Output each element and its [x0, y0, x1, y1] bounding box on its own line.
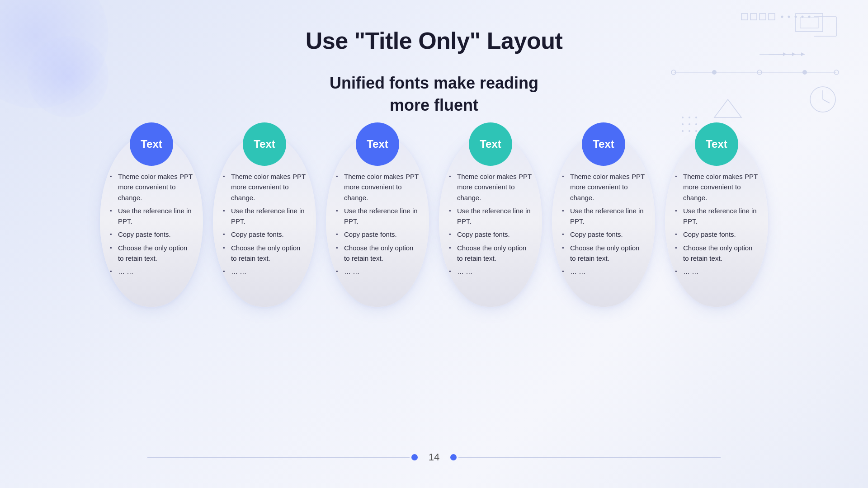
card-4: TextTheme color makes PPT more convenien…: [439, 135, 542, 307]
list-item: … …: [223, 266, 306, 277]
badge-2: Text: [243, 122, 286, 166]
list-item: Theme color makes PPT more convenient to…: [675, 171, 758, 203]
page-number: 14: [429, 451, 439, 463]
bottom-dot-left: [411, 454, 418, 460]
card-list-4: Theme color makes PPT more convenient to…: [449, 171, 532, 279]
card-list-1: Theme color makes PPT more convenient to…: [110, 171, 193, 279]
svg-point-35: [695, 123, 697, 125]
list-item: Theme color makes PPT more convenient to…: [110, 171, 193, 203]
svg-point-32: [695, 117, 697, 118]
main-title: Use "Title Only" Layout: [0, 27, 868, 54]
bottom-bar: 14: [0, 451, 868, 463]
svg-point-5: [788, 16, 790, 18]
card-6: TextTheme color makes PPT more convenien…: [665, 135, 768, 307]
list-item: Copy paste fonts.: [675, 229, 758, 239]
badge-1: Text: [130, 122, 173, 166]
bottom-line-right: [458, 457, 721, 458]
list-item: Use the reference line in PPT.: [223, 206, 306, 227]
svg-point-36: [682, 130, 684, 132]
list-item: Copy paste fonts.: [223, 229, 306, 239]
card-3: TextTheme color makes PPT more convenien…: [326, 135, 429, 307]
badge-4: Text: [469, 122, 512, 166]
card-list-6: Theme color makes PPT more convenient to…: [675, 171, 758, 279]
list-item: Theme color makes PPT more convenient to…: [449, 171, 532, 203]
subtitle-line2: more fluent: [390, 96, 478, 114]
list-item: Copy paste fonts.: [449, 229, 532, 239]
bottom-dot-right: [450, 454, 457, 460]
card-1: TextTheme color makes PPT more convenien…: [100, 135, 203, 307]
svg-point-38: [695, 130, 697, 132]
list-item: Theme color makes PPT more convenient to…: [336, 171, 419, 203]
list-item: Use the reference line in PPT.: [110, 206, 193, 227]
list-item: … …: [110, 266, 193, 277]
list-item: Copy paste fonts.: [336, 229, 419, 239]
svg-point-33: [682, 123, 684, 125]
list-item: … …: [562, 266, 645, 277]
card-list-2: Theme color makes PPT more convenient to…: [223, 171, 306, 279]
subtitle: Unified fonts make reading more fluent: [0, 72, 868, 116]
svg-rect-0: [741, 14, 748, 20]
badge-6: Text: [695, 122, 738, 166]
svg-rect-2: [760, 14, 766, 20]
list-item: Theme color makes PPT more convenient to…: [223, 171, 306, 203]
list-item: … …: [449, 266, 532, 277]
badge-5: Text: [582, 122, 625, 166]
svg-rect-3: [769, 14, 775, 20]
card-list-5: Theme color makes PPT more convenient to…: [562, 171, 645, 279]
subtitle-line1: Unified fonts make reading: [330, 74, 538, 92]
list-item: Copy paste fonts.: [110, 229, 193, 239]
svg-point-31: [689, 117, 690, 118]
list-item: Theme color makes PPT more convenient to…: [562, 171, 645, 203]
list-item: Choose the only option to retain text.: [449, 243, 532, 264]
card-5: TextTheme color makes PPT more convenien…: [552, 135, 655, 307]
list-item: Choose the only option to retain text.: [223, 243, 306, 264]
list-item: Choose the only option to retain text.: [675, 243, 758, 264]
list-item: Copy paste fonts.: [562, 229, 645, 239]
svg-rect-13: [800, 17, 818, 28]
list-item: Use the reference line in PPT.: [562, 206, 645, 227]
svg-point-8: [808, 16, 811, 18]
card-list-3: Theme color makes PPT more convenient to…: [336, 171, 419, 279]
list-item: Use the reference line in PPT.: [336, 206, 419, 227]
card-2: TextTheme color makes PPT more convenien…: [213, 135, 316, 307]
svg-point-4: [781, 16, 783, 18]
bottom-line-left: [147, 457, 410, 458]
svg-point-7: [802, 16, 804, 18]
list-item: Choose the only option to retain text.: [562, 243, 645, 264]
svg-point-6: [795, 16, 797, 18]
list-item: Use the reference line in PPT.: [675, 206, 758, 227]
svg-point-34: [689, 123, 690, 125]
svg-rect-1: [750, 14, 757, 20]
list-item: Use the reference line in PPT.: [449, 206, 532, 227]
list-item: … …: [675, 266, 758, 277]
svg-point-30: [682, 117, 684, 118]
list-item: Choose the only option to retain text.: [110, 243, 193, 264]
list-item: Choose the only option to retain text.: [336, 243, 419, 264]
badge-3: Text: [356, 122, 399, 166]
list-item: … …: [336, 266, 419, 277]
cards-container: TextTheme color makes PPT more convenien…: [0, 135, 868, 307]
svg-point-37: [689, 130, 690, 132]
